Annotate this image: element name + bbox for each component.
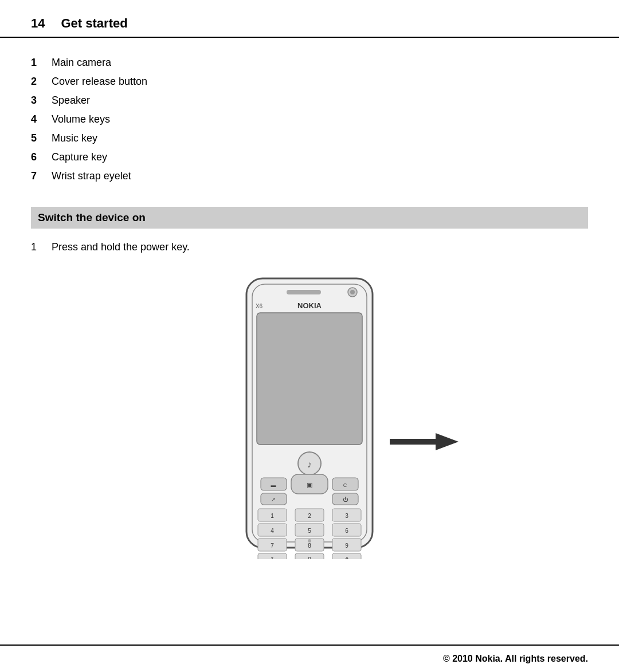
list-item: 4 Volume keys xyxy=(31,112,588,127)
list-item: 6 Capture key xyxy=(31,150,588,165)
page-container: 14 Get started 1 Main camera 2 Cover rel… xyxy=(0,0,619,672)
page-number: 14 xyxy=(31,16,45,31)
item-number: 3 xyxy=(31,93,52,108)
svg-text:7: 7 xyxy=(271,543,274,549)
svg-text:6: 6 xyxy=(345,528,348,534)
svg-marker-45 xyxy=(390,433,459,450)
list-item: 3 Speaker xyxy=(31,93,588,108)
arrow-svg xyxy=(390,430,459,453)
item-number: 2 xyxy=(31,74,52,89)
step-item: 1 Press and hold the power key. xyxy=(31,239,588,256)
svg-text:*: * xyxy=(271,556,273,559)
svg-text:3: 3 xyxy=(345,513,348,519)
svg-text:8: 8 xyxy=(308,543,311,549)
header-bar: 14 Get started xyxy=(0,0,619,38)
item-text: Wrist strap eyelet xyxy=(52,168,131,184)
svg-text:C: C xyxy=(343,482,347,488)
item-text: Cover release button xyxy=(52,74,147,89)
content-area: 1 Main camera 2 Cover release button 3 S… xyxy=(0,55,619,645)
svg-point-44 xyxy=(308,539,311,543)
phone-svg: NOKIA X6 ♪ ▬ ▣ xyxy=(224,273,395,559)
feature-list: 1 Main camera 2 Cover release button 3 S… xyxy=(31,55,588,184)
svg-text:♪: ♪ xyxy=(307,459,312,469)
svg-text:⏻: ⏻ xyxy=(343,497,348,502)
svg-text:↗: ↗ xyxy=(271,497,276,502)
svg-text:4: 4 xyxy=(271,528,274,534)
svg-text:9: 9 xyxy=(345,543,348,549)
phone-illustration: NOKIA X6 ♪ ▬ ▣ xyxy=(31,273,588,562)
item-text: Volume keys xyxy=(52,112,110,127)
footer-bar: © 2010 Nokia. All rights reserved. xyxy=(0,645,619,672)
list-item: 2 Cover release button xyxy=(31,74,588,89)
svg-text:▬: ▬ xyxy=(271,482,276,488)
svg-text:0: 0 xyxy=(308,556,311,559)
svg-rect-7 xyxy=(257,313,362,445)
item-text: Capture key xyxy=(52,150,107,165)
item-text: Music key xyxy=(52,131,97,146)
item-number: 4 xyxy=(31,112,52,127)
step-text: Press and hold the power key. xyxy=(52,239,190,256)
item-number: 7 xyxy=(31,168,52,184)
list-item: 7 Wrist strap eyelet xyxy=(31,168,588,184)
step-list: 1 Press and hold the power key. xyxy=(31,239,588,256)
item-text: Main camera xyxy=(52,55,111,70)
svg-rect-2 xyxy=(287,290,321,294)
section-title: Switch the device on xyxy=(38,211,146,223)
svg-point-4 xyxy=(350,290,355,294)
svg-text:2: 2 xyxy=(308,513,311,519)
section-header: Switch the device on xyxy=(31,207,588,229)
item-number: 1 xyxy=(31,55,52,70)
svg-text:X6: X6 xyxy=(256,303,263,309)
item-text: Speaker xyxy=(52,93,90,108)
step-number: 1 xyxy=(31,239,52,256)
item-number: 5 xyxy=(31,131,52,146)
svg-text:NOKIA: NOKIA xyxy=(297,301,322,310)
item-number: 6 xyxy=(31,150,52,165)
page-title: Get started xyxy=(61,16,127,31)
svg-text:▣: ▣ xyxy=(307,481,312,488)
list-item: 1 Main camera xyxy=(31,55,588,70)
svg-text:5: 5 xyxy=(308,528,311,534)
list-item: 5 Music key xyxy=(31,131,588,146)
footer-copyright: © 2010 Nokia. All rights reserved. xyxy=(443,654,588,664)
svg-text:#: # xyxy=(345,556,348,559)
phone-svg-wrapper: NOKIA X6 ♪ ▬ ▣ xyxy=(224,273,395,562)
svg-text:1: 1 xyxy=(271,513,274,519)
